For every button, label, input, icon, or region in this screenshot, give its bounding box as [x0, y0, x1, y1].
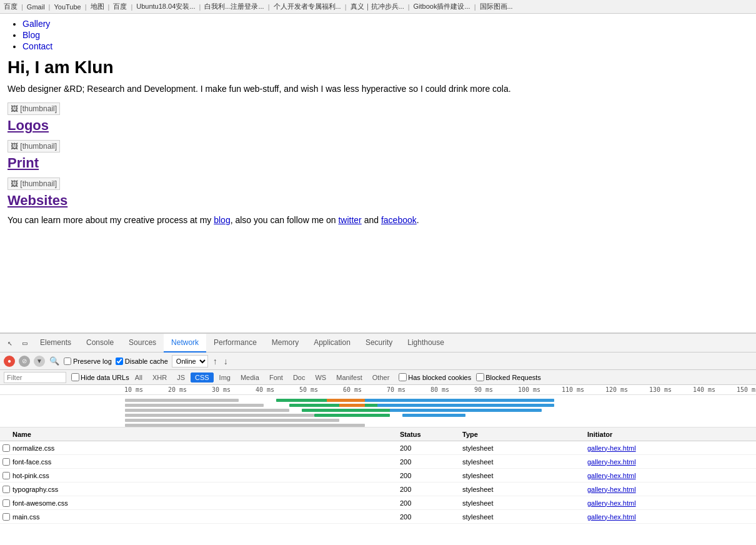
row-initiator-5[interactable]: gallery-hex.html [587, 513, 756, 521]
filter-button[interactable]: ▼ [34, 356, 45, 367]
has-blocked-cookies-checkbox[interactable] [399, 373, 407, 381]
tab-lighthouse[interactable]: Lighthouse [400, 334, 452, 352]
row-type-3: stylesheet [462, 486, 587, 493]
type-img-button[interactable]: Img [215, 372, 235, 382]
tab-network[interactable]: Network [164, 334, 206, 352]
nav-contact-link[interactable]: Contact [22, 41, 52, 51]
devtools-cursor-icon[interactable]: ↖ [2, 334, 17, 352]
table-row[interactable]: font-face.css 200 stylesheet gallery-hex… [0, 455, 756, 469]
blocked-requests-checkbox[interactable] [476, 373, 484, 381]
record-button[interactable]: ● [4, 356, 15, 367]
table-row[interactable]: typography.css 200 stylesheet gallery-he… [0, 482, 756, 496]
tick-110ms: 110 ms [562, 386, 605, 393]
tab-console[interactable]: Console [79, 334, 121, 352]
page-title: Hi, I am Klun [7, 58, 749, 78]
import-button[interactable]: ↑ [212, 356, 219, 366]
timeline-ticks-bar: 10 ms 20 ms 30 ms 40 ms 50 ms 60 ms 70 m… [0, 385, 756, 395]
nav-blog-link[interactable]: Blog [22, 30, 40, 40]
type-doc-button[interactable]: Doc [289, 372, 310, 382]
wf-bar-blue-3 [390, 409, 541, 412]
browser-tab: 百度 [113, 2, 127, 11]
row-filename-1: font-face.css [12, 458, 51, 466]
browser-tab: 国际图画... [480, 2, 513, 11]
blocked-requests-label[interactable]: Blocked Requests [476, 373, 541, 381]
row-checkbox-5[interactable] [2, 513, 10, 521]
footer-text-middle: , also you can follow me on [231, 215, 339, 225]
tab-security[interactable]: Security [358, 334, 400, 352]
websites-thumbnail: [thumbnail] [7, 178, 60, 190]
wf-bar-orange-1 [327, 399, 365, 402]
type-ws-button[interactable]: WS [311, 372, 331, 382]
type-other-button[interactable]: Other [368, 372, 394, 382]
tab-performance[interactable]: Performance [206, 334, 264, 352]
footer-text: You can learn more about my creative pro… [7, 215, 749, 225]
preserve-log-label[interactable]: Preserve log [64, 358, 112, 365]
print-link[interactable]: Print [7, 155, 749, 171]
row-initiator-3[interactable]: gallery-hex.html [587, 486, 756, 493]
browser-tab-bar: 百度 | Gmail | YouTube | 地图 | 百度 | Ubuntu1… [0, 0, 756, 14]
table-row[interactable]: main.css 200 stylesheet gallery-hex.html [0, 510, 756, 524]
wf-bar-queued-4 [125, 414, 314, 417]
footer-text-and: and [362, 215, 381, 225]
tab-memory[interactable]: Memory [264, 334, 306, 352]
row-status-1: 200 [400, 458, 462, 466]
print-thumbnail: [thumbnail] [7, 140, 60, 152]
network-throttle-select[interactable]: Online [172, 355, 208, 368]
websites-link[interactable]: Websites [7, 192, 749, 209]
websites-section: [thumbnail] Websites [7, 178, 749, 209]
row-initiator-0[interactable]: gallery-hex.html [587, 444, 756, 452]
type-css-button[interactable]: CSS [191, 372, 214, 382]
row-filename-4: font-awesome.css [12, 499, 68, 507]
row-initiator-4[interactable]: gallery-hex.html [587, 499, 756, 507]
tab-application[interactable]: Application [306, 334, 358, 352]
filter-input[interactable] [4, 372, 66, 383]
facebook-link[interactable]: facebook [381, 215, 417, 225]
twitter-link[interactable]: twitter [338, 215, 361, 225]
row-checkbox-2[interactable] [2, 472, 10, 479]
browser-tab: YouTube [54, 3, 81, 11]
blog-link[interactable]: blog [214, 215, 230, 225]
table-row[interactable]: normalize.css 200 stylesheet gallery-hex… [0, 441, 756, 455]
row-type-4: stylesheet [462, 499, 587, 507]
type-media-button[interactable]: Media [236, 372, 264, 382]
preserve-log-checkbox[interactable] [64, 358, 71, 365]
table-row[interactable]: hot-pink.css 200 stylesheet gallery-hex.… [0, 469, 756, 482]
row-status-4: 200 [400, 499, 462, 507]
row-checkbox-3[interactable] [2, 486, 10, 493]
clear-button[interactable]: ⊘ [19, 356, 30, 367]
hide-data-urls-label[interactable]: Hide data URLs [71, 373, 129, 381]
tab-sources[interactable]: Sources [121, 334, 164, 352]
row-initiator-2[interactable]: gallery-hex.html [587, 472, 756, 479]
wf-bar-queued-2 [125, 404, 264, 407]
th-status: Status [400, 431, 462, 438]
type-all-button[interactable]: All [131, 372, 147, 382]
row-checkbox-4[interactable] [2, 499, 10, 507]
waterfall-area [0, 395, 756, 428]
network-table-header: Name Status Type Initiator [0, 428, 756, 441]
has-blocked-cookies-label[interactable]: Has blocked cookies [399, 373, 471, 381]
nav-gallery-link[interactable]: Gallery [22, 19, 50, 29]
type-js-button[interactable]: JS [172, 372, 189, 382]
tick-70ms: 70 ms [387, 386, 430, 393]
hide-data-urls-checkbox[interactable] [71, 373, 79, 381]
row-checkbox-1[interactable] [2, 458, 10, 466]
tick-60ms: 60 ms [343, 386, 387, 393]
type-manifest-button[interactable]: Manifest [332, 372, 367, 382]
logos-link[interactable]: Logos [7, 118, 749, 134]
export-button[interactable]: ↓ [222, 356, 229, 366]
type-xhr-button[interactable]: XHR [148, 372, 171, 382]
tick-50ms: 50 ms [299, 386, 343, 393]
devtools-device-icon[interactable]: ▭ [17, 334, 32, 352]
table-row[interactable]: font-awesome.css 200 stylesheet gallery-… [0, 496, 756, 510]
browser-tab: 个人开发者专属福利... [274, 2, 341, 11]
row-initiator-1[interactable]: gallery-hex.html [587, 458, 756, 466]
disable-cache-checkbox[interactable] [116, 358, 123, 365]
search-icon[interactable]: 🔍 [49, 356, 60, 367]
tab-elements[interactable]: Elements [32, 334, 79, 352]
logos-section: [thumbnail] Logos [7, 102, 749, 134]
th-initiator: Initiator [587, 431, 756, 438]
browser-tab: 百度 [4, 2, 17, 11]
row-checkbox-0[interactable] [2, 444, 10, 452]
type-font-button[interactable]: Font [265, 372, 287, 382]
disable-cache-label[interactable]: Disable cache [116, 358, 168, 365]
